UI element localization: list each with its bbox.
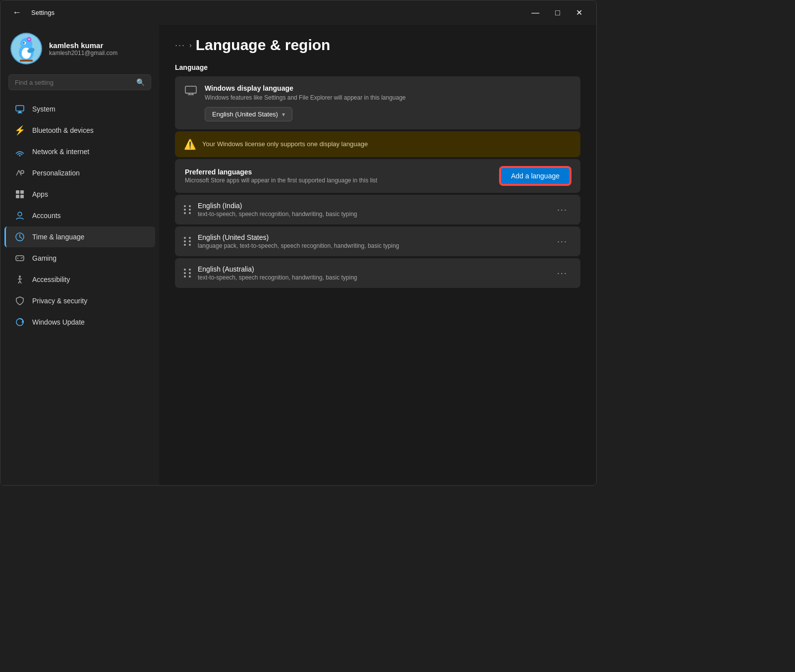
sidebar-item-personalization[interactable]: Personalization [4, 163, 155, 183]
lang-india-more-button[interactable]: ··· [553, 203, 571, 217]
display-lang-content: Windows display language Windows feature… [205, 84, 570, 121]
search-icon: 🔍 [136, 78, 145, 86]
lang-us-name: English (United States) [198, 233, 547, 241]
accessibility-icon [14, 274, 25, 285]
sidebar-item-apps-label: Apps [32, 190, 48, 198]
sidebar-item-time-language[interactable]: Time & language [4, 226, 155, 247]
sidebar-nav: System ⚡ Bluetooth & devices Network & i… [0, 98, 159, 333]
title-bar-left: ← Settings [8, 5, 55, 20]
breadcrumb-separator: › [189, 41, 192, 49]
svg-rect-19 [20, 195, 24, 198]
svg-rect-12 [18, 112, 21, 112]
avatar [10, 33, 42, 64]
lang-australia-desc: text-to-speech, speech recognition, hand… [198, 274, 547, 281]
sidebar-item-privacy[interactable]: Privacy & security [4, 290, 155, 311]
lang-india-info: English (India) text-to-speech, speech r… [198, 202, 547, 218]
sidebar-item-windows-update[interactable]: Windows Update [4, 312, 155, 333]
sidebar-item-accounts[interactable]: Accounts [4, 205, 155, 226]
search-bar[interactable]: 🔍 [8, 74, 151, 90]
add-language-button[interactable]: Add a language [500, 167, 570, 185]
sidebar-item-accounts-label: Accounts [32, 212, 61, 220]
display-language-card: Windows display language Windows feature… [175, 76, 580, 129]
sidebar-item-bluetooth[interactable]: ⚡ Bluetooth & devices [4, 120, 155, 141]
sidebar-item-time-language-label: Time & language [32, 233, 84, 241]
user-info: kamlesh kumar kamlesh2011@gmail.com [49, 41, 117, 56]
display-lang-title: Windows display language [205, 84, 570, 92]
personalization-icon [14, 168, 25, 178]
sidebar-item-bluetooth-label: Bluetooth & devices [32, 126, 94, 134]
drag-handle-us[interactable] [184, 237, 192, 246]
svg-point-20 [18, 212, 22, 216]
bluetooth-icon: ⚡ [14, 125, 25, 136]
display-lang-dropdown[interactable]: English (United States) ▾ [205, 107, 292, 121]
svg-rect-11 [16, 106, 24, 111]
apps-icon [14, 189, 25, 200]
privacy-icon [14, 295, 25, 306]
sidebar-item-network-label: Network & internet [32, 148, 89, 156]
lang-us-more-button[interactable]: ··· [553, 234, 571, 249]
back-button[interactable]: ← [8, 5, 25, 20]
lang-india-desc: text-to-speech, speech recognition, hand… [198, 211, 547, 218]
sidebar-item-gaming[interactable]: Gaming [4, 248, 155, 269]
title-bar-title: Settings [31, 9, 55, 16]
svg-rect-17 [20, 190, 24, 194]
sidebar-item-apps[interactable]: Apps [4, 184, 155, 205]
breadcrumb-dots: ··· [175, 40, 185, 51]
preferred-lang-title: Preferred languages [185, 168, 500, 176]
title-bar: ← Settings — □ ✕ [0, 0, 596, 25]
avatar-image [11, 34, 41, 63]
lang-australia-name: English (Australia) [198, 265, 547, 273]
lang-australia-info: English (Australia) text-to-speech, spee… [198, 265, 547, 281]
windows-update-icon [14, 317, 25, 328]
sidebar-item-system-label: System [32, 105, 56, 113]
preferred-lang-desc: Microsoft Store apps will appear in the … [185, 177, 500, 184]
breadcrumb: ··· › Language & region [175, 37, 580, 54]
language-list: English (India) text-to-speech, speech r… [175, 195, 580, 288]
user-email: kamlesh2011@gmail.com [49, 50, 117, 56]
svg-rect-18 [16, 195, 19, 198]
time-language-icon [14, 231, 25, 242]
sidebar-item-accessibility[interactable]: Accessibility [4, 269, 155, 290]
svg-point-10 [28, 38, 30, 40]
sidebar-item-system[interactable]: System [4, 99, 155, 119]
list-item: English (India) text-to-speech, speech r… [175, 195, 580, 224]
minimize-button[interactable]: — [525, 6, 545, 19]
sidebar-item-privacy-label: Privacy & security [32, 297, 87, 305]
list-item: English (Australia) text-to-speech, spee… [175, 258, 580, 288]
lang-us-desc: language pack, text-to-speech, speech re… [198, 242, 547, 249]
svg-point-5 [23, 42, 25, 44]
search-input[interactable] [15, 79, 132, 86]
svg-rect-34 [185, 86, 196, 93]
title-bar-controls: — □ ✕ [525, 6, 588, 19]
svg-point-26 [22, 257, 23, 258]
user-profile: kamlesh kumar kamlesh2011@gmail.com [0, 25, 159, 74]
network-icon [14, 146, 25, 157]
lang-australia-more-button[interactable]: ··· [553, 266, 571, 280]
sidebar: kamlesh kumar kamlesh2011@gmail.com 🔍 Sy… [0, 25, 159, 485]
svg-line-31 [20, 281, 21, 283]
svg-rect-22 [16, 256, 24, 261]
drag-handle-australia[interactable] [184, 269, 192, 278]
lang-us-info: English (United States) language pack, t… [198, 233, 547, 249]
maximize-button[interactable]: □ [549, 6, 566, 19]
display-lang-icon [185, 85, 197, 98]
display-lang-desc: Windows features like Settings and File … [205, 94, 570, 101]
preferred-lang-info: Preferred languages Microsoft Store apps… [185, 168, 500, 184]
main-content: ··· › Language & region Language Windows… [159, 25, 596, 485]
sidebar-item-windows-update-label: Windows Update [32, 318, 85, 326]
sidebar-item-personalization-label: Personalization [32, 169, 80, 177]
user-name: kamlesh kumar [49, 41, 117, 50]
drag-handle-india[interactable] [184, 205, 192, 214]
display-lang-selected: English (United States) [212, 111, 278, 118]
section-title: Language [175, 63, 580, 71]
sidebar-item-network[interactable]: Network & internet [4, 141, 155, 162]
accounts-icon [14, 210, 25, 221]
svg-rect-16 [16, 190, 19, 194]
warning-icon: ⚠️ [184, 138, 196, 150]
lang-india-name: English (India) [198, 202, 547, 210]
list-item: English (United States) language pack, t… [175, 226, 580, 256]
svg-point-25 [21, 258, 22, 259]
svg-rect-13 [17, 112, 22, 113]
svg-rect-8 [20, 60, 33, 62]
close-button[interactable]: ✕ [570, 6, 588, 19]
